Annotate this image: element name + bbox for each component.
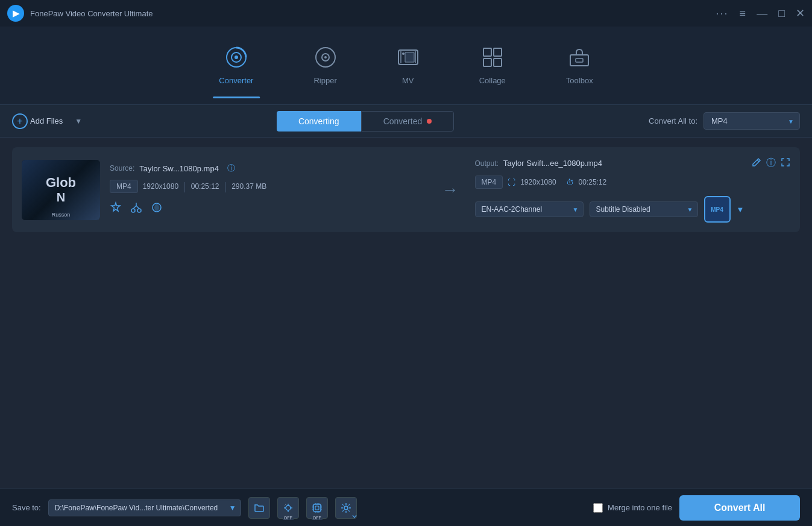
subtitle-select[interactable]: Subtitle Disabled Subtitle 1 Subtitle 2 [590, 201, 698, 217]
hw-badge: OFF [312, 516, 323, 520]
file-thumbnail: Glob N Russon [22, 160, 100, 220]
format-dropdown-arrow[interactable]: ▼ [737, 205, 744, 214]
file-info: Source: Taylor Sw...1080p.mp4 ⓘ MP4 1920… [110, 163, 426, 217]
add-files-button[interactable]: + Add Files [12, 113, 63, 129]
svg-rect-8 [483, 48, 491, 56]
output-filename: Taylor Swift...ee_1080p.mp4 [503, 159, 602, 168]
tab-group: Converting Converted [92, 111, 639, 132]
mp4-format-icon[interactable]: MP4 [704, 196, 731, 223]
mv-label: MV [402, 76, 414, 85]
close-button[interactable]: ✕ [796, 7, 805, 20]
thumbnail-text-1: Glob [46, 175, 76, 191]
output-clock-icon: ⏱ [566, 178, 574, 187]
cut-icon[interactable] [130, 201, 142, 217]
format-select-wrapper: MP4 MKV AVI MOV WMV FLV MP3 AAC [703, 112, 800, 130]
output-info-icon[interactable]: ⓘ [766, 157, 776, 170]
add-files-dropdown[interactable]: ▼ [75, 117, 82, 125]
convert-all-to-area: Convert All to: MP4 MKV AVI MOV WMV FLV … [649, 112, 800, 130]
converter-icon [225, 46, 247, 71]
source-format-badge: MP4 [110, 180, 138, 193]
output-resolution: 1920x1080 [520, 178, 556, 186]
svg-rect-9 [494, 48, 502, 56]
speed-button[interactable]: OFF [277, 497, 299, 519]
svg-point-15 [137, 209, 141, 212]
thumbnail-text-2: N [57, 191, 65, 204]
file-source-row: Source: Taylor Sw...1080p.mp4 ⓘ [110, 163, 426, 174]
output-icons: ⓘ [752, 157, 790, 170]
app-title: FonePaw Video Converter Ultimate [30, 9, 710, 18]
svg-point-7 [402, 52, 404, 55]
source-label: Source: [110, 164, 134, 173]
minimize-button[interactable]: — [757, 7, 767, 20]
ripper-label: Ripper [313, 76, 336, 85]
save-to-label: Save to: [12, 503, 41, 512]
nav-converter[interactable]: Converter [207, 40, 265, 91]
output-selects: EN-AAC-2Channel EN-AAC-Stereo EN-AC3-2Ch… [475, 196, 791, 223]
output-duration: 00:25:12 [579, 178, 607, 186]
source-duration: 00:25:12 [191, 182, 219, 191]
convert-all-button[interactable]: Convert All [679, 495, 800, 521]
mv-icon [397, 46, 419, 71]
format-select[interactable]: MP4 MKV AVI MOV WMV FLV MP3 AAC [703, 112, 800, 130]
menu-button[interactable]: ≡ [740, 7, 746, 20]
output-edit-icon[interactable] [752, 157, 761, 170]
output-source-row: Output: Taylor Swift...ee_1080p.mp4 ⓘ [475, 157, 791, 170]
svg-point-2 [234, 55, 238, 59]
nav-toolbox[interactable]: Toolbox [554, 40, 605, 91]
output-label: Output: [475, 159, 499, 168]
settings-dropdown-arrow[interactable] [351, 513, 357, 519]
svg-point-17 [286, 505, 291, 510]
output-meta: MP4 ⛶ 1920x1080 ⏱ 00:25:12 [475, 176, 791, 189]
converting-tab[interactable]: Converting [277, 111, 361, 132]
notification-dot [427, 119, 432, 124]
thumbnail-bg: Glob N Russon [22, 160, 100, 220]
maximize-button[interactable]: □ [778, 7, 785, 20]
svg-point-5 [324, 56, 327, 59]
collage-icon [482, 46, 503, 71]
svg-rect-18 [313, 504, 321, 512]
save-path-input[interactable] [48, 499, 241, 516]
source-size: 290.37 MB [231, 182, 266, 191]
nav-ripper[interactable]: Ripper [301, 40, 348, 91]
merge-label: Merge into one file [608, 503, 672, 512]
source-resolution: 1920x1080 [143, 182, 178, 191]
file-meta: MP4 1920x1080 | 00:25:12 | 290.37 MB [110, 180, 426, 193]
source-info-icon[interactable]: ⓘ [227, 163, 235, 174]
window-controls: ··· ≡ — □ ✕ [716, 7, 805, 20]
output-section: Output: Taylor Swift...ee_1080p.mp4 ⓘ [475, 157, 791, 223]
merge-checkbox-area: Merge into one file [593, 503, 672, 513]
converted-tab[interactable]: Converted [361, 111, 455, 132]
more-button[interactable]: ··· [716, 7, 729, 20]
speed-badge: OFF [283, 516, 294, 520]
toolbox-label: Toolbox [566, 76, 593, 85]
app-logo: ▶ [7, 5, 24, 22]
bottom-bar: Save to: ▼ OFF OFF [0, 489, 812, 526]
hardware-button[interactable]: OFF [306, 497, 328, 519]
toolbar: + Add Files ▼ Converting Converted Conve… [0, 105, 812, 138]
subtitle-select-wrapper: Subtitle Disabled Subtitle 1 Subtitle 2 [590, 201, 698, 217]
nav-collage[interactable]: Collage [467, 40, 518, 91]
main-content: Glob N Russon Source: Taylor Sw...1080p.… [0, 138, 812, 489]
source-filename: Taylor Sw...1080p.mp4 [139, 164, 219, 173]
color-icon[interactable] [151, 201, 163, 217]
svg-rect-11 [494, 59, 502, 66]
ripper-icon [315, 46, 336, 71]
output-fullscreen-icon: ⛶ [508, 178, 515, 187]
svg-rect-13 [576, 59, 583, 62]
audio-select[interactable]: EN-AAC-2Channel EN-AAC-Stereo EN-AC3-2Ch… [475, 201, 584, 217]
thumbnail-overlay: Russon [24, 212, 98, 218]
output-format-badge: MP4 [475, 176, 503, 189]
open-folder-button[interactable] [248, 497, 270, 519]
svg-point-14 [131, 209, 135, 212]
merge-checkbox[interactable] [593, 503, 603, 513]
svg-rect-19 [315, 506, 319, 510]
file-row: Glob N Russon Source: Taylor Sw...1080p.… [12, 147, 800, 232]
converter-label: Converter [219, 76, 253, 85]
add-icon: + [12, 113, 28, 129]
settings-button[interactable] [335, 497, 357, 519]
output-expand-icon[interactable] [781, 157, 790, 170]
nav-mv[interactable]: MV [385, 40, 431, 91]
enhance-icon[interactable] [110, 201, 122, 217]
svg-rect-10 [483, 59, 491, 66]
convert-all-to-label: Convert All to: [649, 116, 697, 125]
